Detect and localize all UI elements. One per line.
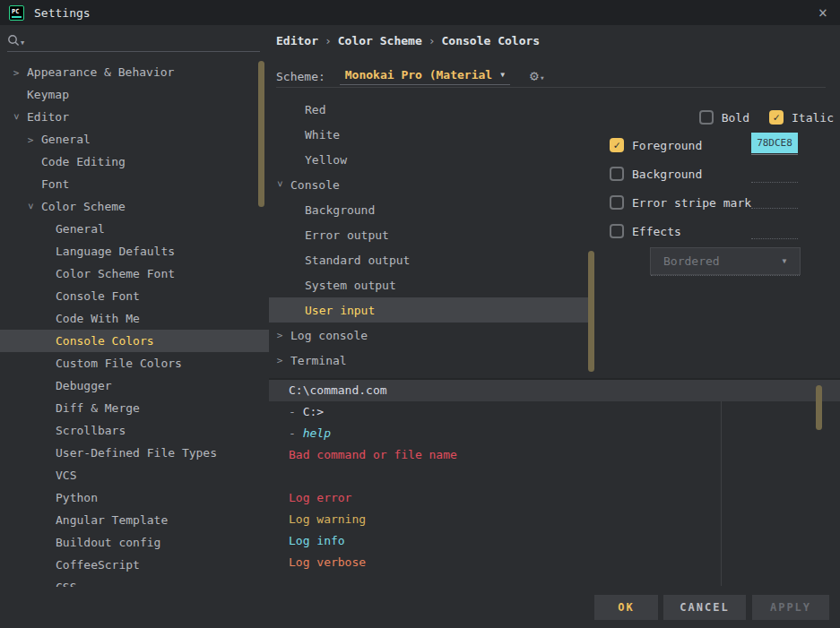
search-input[interactable]: ▼ bbox=[7, 29, 260, 52]
breadcrumb-editor[interactable]: Editor bbox=[276, 34, 318, 47]
tree-item-label: Scrollbars bbox=[0, 424, 126, 437]
sidebar-item-custom-file-colors[interactable]: Custom File Colors bbox=[0, 352, 269, 374]
chevron-down-icon[interactable]: > bbox=[274, 179, 286, 188]
search-filter-caret-icon[interactable]: ▼ bbox=[21, 39, 24, 47]
background-checkbox[interactable] bbox=[610, 167, 624, 181]
tree-item-label: Angular Template bbox=[0, 513, 168, 527]
option-item-yellow[interactable]: Yellow bbox=[269, 147, 589, 172]
option-item-user-input[interactable]: User input bbox=[269, 297, 589, 323]
sidebar-item-user-defined-file-types[interactable]: User-Defined File Types bbox=[0, 442, 269, 464]
sidebar-item-vcs[interactable]: VCS bbox=[0, 464, 269, 486]
search-icon[interactable] bbox=[7, 34, 20, 47]
titlebar: PC Settings × bbox=[0, 0, 840, 25]
console-colors-option-tree: RedWhiteYellow>ConsoleBackgroundError ou… bbox=[269, 97, 589, 373]
sidebar-item-editor[interactable]: >Editor bbox=[0, 106, 269, 128]
tree-item-label: Custom File Colors bbox=[0, 357, 182, 370]
scheme-value: Monokai Pro (Material bbox=[345, 68, 492, 82]
error-stripe-label: Error stripe mark bbox=[632, 196, 751, 210]
sidebar-item-coffeescript[interactable]: CoffeeScript bbox=[0, 554, 269, 576]
error-stripe-color-placeholder[interactable] bbox=[751, 208, 798, 209]
bold-checkbox[interactable] bbox=[699, 110, 714, 125]
preview-text-segment: Log error bbox=[289, 491, 351, 504]
effects-color-placeholder[interactable] bbox=[751, 238, 798, 239]
tree-item-label: Diff & Merge bbox=[0, 401, 140, 415]
italic-option[interactable]: Italic bbox=[769, 110, 834, 125]
preview-lines: C:\command.com- C:>- helpBad command or … bbox=[269, 380, 840, 573]
sidebar-item-general[interactable]: >General bbox=[0, 128, 269, 151]
chevron-down-icon[interactable]: > bbox=[25, 202, 37, 211]
preview-scrollbar[interactable] bbox=[816, 385, 822, 430]
option-item-standard-output[interactable]: Standard output bbox=[269, 247, 589, 272]
option-item-error-output[interactable]: Error output bbox=[269, 222, 589, 247]
tree-item-label: Font bbox=[0, 177, 69, 191]
option-item-background[interactable]: Background bbox=[269, 197, 589, 222]
tree-item-label: Console Font bbox=[0, 289, 140, 303]
settings-dialog: PC Settings × ▼ >Appearance & BehaviorKe… bbox=[0, 0, 840, 628]
sidebar-item-console-colors[interactable]: Console Colors bbox=[0, 330, 269, 352]
breadcrumb-separator: › bbox=[422, 34, 442, 47]
chevron-right-icon[interactable]: > bbox=[275, 355, 284, 366]
tree-item-label: User-Defined File Types bbox=[0, 446, 217, 460]
sidebar-item-general[interactable]: General bbox=[0, 218, 269, 240]
tree-item-label: Code Editing bbox=[0, 155, 126, 168]
option-item-terminal[interactable]: >Terminal bbox=[269, 348, 589, 373]
sidebar-item-angular-template[interactable]: Angular Template bbox=[0, 509, 269, 531]
sidebar-item-diff-merge[interactable]: Diff & Merge bbox=[0, 397, 269, 419]
option-item-red[interactable]: Red bbox=[269, 97, 589, 122]
tree-item-label: System output bbox=[269, 279, 396, 292]
option-item-system-output[interactable]: System output bbox=[269, 272, 589, 297]
scheme-label: Scheme: bbox=[276, 70, 325, 83]
sidebar-item-appearance-behavior[interactable]: >Appearance & Behavior bbox=[0, 61, 269, 83]
effect-type-value: Bordered bbox=[663, 254, 720, 268]
tree-item-label: Keymap bbox=[0, 88, 69, 101]
chevron-right-icon[interactable]: > bbox=[12, 66, 21, 78]
sidebar-item-console-font[interactable]: Console Font bbox=[0, 285, 269, 307]
tree-item-label: User input bbox=[269, 304, 375, 317]
effects-checkbox[interactable] bbox=[610, 224, 624, 238]
breadcrumb-color-scheme[interactable]: Color Scheme bbox=[338, 34, 422, 47]
sidebar-scrollbar[interactable] bbox=[258, 61, 264, 207]
foreground-color-swatch[interactable]: 78DCE8 bbox=[751, 133, 798, 153]
breadcrumb-console-colors: Console Colors bbox=[442, 34, 541, 47]
chevron-right-icon[interactable]: > bbox=[275, 330, 284, 341]
gear-caret-icon: ▼ bbox=[541, 71, 544, 85]
preview-text-segment: - bbox=[289, 426, 303, 440]
option-item-white[interactable]: White bbox=[269, 122, 589, 147]
footer-bar: OK CANCEL APPLY bbox=[0, 587, 840, 628]
option-item-log-console[interactable]: >Log console bbox=[269, 323, 589, 348]
sidebar-item-language-defaults[interactable]: Language Defaults bbox=[0, 240, 269, 262]
close-icon[interactable]: × bbox=[818, 4, 827, 22]
font-style-row: Bold Italic bbox=[610, 108, 834, 127]
error-stripe-checkbox[interactable] bbox=[610, 195, 624, 210]
chevron-right-icon[interactable]: > bbox=[26, 133, 35, 145]
sidebar-item-debugger[interactable]: Debugger bbox=[0, 374, 269, 397]
pycharm-app-icon: PC bbox=[9, 5, 24, 21]
ok-button[interactable]: OK bbox=[594, 595, 658, 620]
sidebar-item-scrollbars[interactable]: Scrollbars bbox=[0, 419, 269, 442]
chevron-down-icon[interactable]: > bbox=[11, 112, 22, 121]
bold-option[interactable]: Bold bbox=[699, 110, 749, 125]
sidebar-item-code-with-me[interactable]: Code With Me bbox=[0, 307, 269, 330]
sidebar-item-color-scheme-font[interactable]: Color Scheme Font bbox=[0, 262, 269, 285]
foreground-checkbox[interactable] bbox=[610, 138, 624, 152]
option-tree-scrollbar[interactable] bbox=[588, 251, 594, 372]
background-color-placeholder[interactable] bbox=[751, 182, 798, 183]
sidebar-item-keymap[interactable]: Keymap bbox=[0, 83, 269, 106]
preview-text-segment: - bbox=[289, 405, 303, 418]
preview-line bbox=[269, 466, 840, 487]
sidebar-item-code-editing[interactable]: Code Editing bbox=[0, 151, 269, 173]
scheme-dropdown[interactable]: Monokai Pro (Material ▼ bbox=[340, 68, 510, 85]
preview-line: - C:> bbox=[269, 401, 840, 423]
sidebar-item-python[interactable]: Python bbox=[0, 486, 269, 509]
sidebar-item-buildout-config[interactable]: Buildout config bbox=[0, 531, 269, 554]
option-item-console[interactable]: >Console bbox=[269, 172, 589, 197]
italic-checkbox[interactable] bbox=[769, 110, 784, 125]
foreground-swatch-underline bbox=[751, 154, 798, 155]
sidebar-item-font[interactable]: Font bbox=[0, 173, 269, 195]
cancel-button[interactable]: CANCEL bbox=[663, 595, 746, 620]
preview-text-segment: Log verbose bbox=[289, 555, 366, 569]
sidebar-item-color-scheme[interactable]: >Color Scheme bbox=[0, 195, 269, 218]
tree-item-label: CoffeeScript bbox=[0, 558, 140, 572]
scheme-settings-button[interactable]: ⚙ ▼ bbox=[530, 69, 539, 83]
preview-text-segment: C:\command.com bbox=[289, 383, 387, 397]
